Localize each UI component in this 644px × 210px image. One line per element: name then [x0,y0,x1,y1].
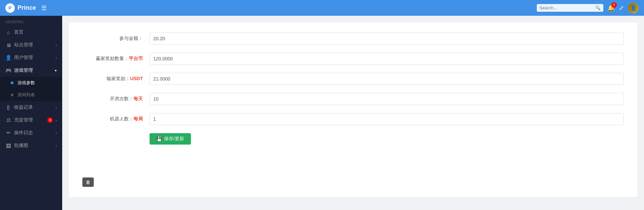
sidebar-item-game-manage[interactable]: 🎮 游戏管理 ▾ [0,64,62,77]
monitor-icon: 🖥 [5,42,11,48]
active-dot [11,82,13,84]
loser-reward-input[interactable] [150,73,624,85]
scale-icon: ⚖ [5,117,11,123]
chevron-right-icon-2: › [55,56,57,60]
robots-label-highlight: 每局 [133,116,143,121]
sidebar-subitem-room-list[interactable]: 房间列表 [0,89,62,101]
sidebar-subitem-game-params-label: 游戏参数 [17,80,35,86]
bitcoin-icon: ₿ [5,105,11,110]
trash-icon: 🗑 [86,179,90,185]
sidebar-item-carousel-label: 轮播图 [14,143,53,149]
form-row-robots: 机器人数：每局 [82,113,624,125]
robots-input[interactable] [150,113,624,125]
hamburger-button[interactable]: ☰ [41,4,47,12]
save-button-label: 保存/更新 [164,136,184,142]
header: P Prince ☰ 🔍 🔔 8 ⤢ 👤 [0,0,644,16]
search-input[interactable] [539,5,593,10]
main-layout: GENERAL ⌂ 首页 🖥 站点管理 › 👤 用户管理 › 🎮 游戏管理 ▾ … [0,16,644,210]
sidebar-item-carousel[interactable]: 🖼 轮播图 › [0,139,62,152]
sidebar-subitem-game-params[interactable]: 游戏参数 [0,77,62,89]
search-box: 🔍 [537,4,603,12]
form-row-loser-reward: 输家奖励：USDT [82,73,624,85]
inactive-dot [11,94,13,96]
game-icon: 🎮 [5,67,11,73]
sidebar-item-operation-log[interactable]: ✏ 操作日志 › [0,126,62,139]
user-icon: 👤 [5,55,11,61]
form-row-winner-reward: 赢家奖励数量：平台币 [82,53,624,65]
content-card: 参与金额： 赢家奖励数量：平台币 输家奖励：USDT 开房次数： [69,22,637,197]
participation-amount-label: 参与金额： [82,36,150,42]
notification-button[interactable]: 🔔 8 [607,4,615,12]
form-row-open-rooms: 开房次数：每天 [82,93,624,105]
loser-reward-label-highlight: USDT [130,76,143,81]
search-icon: 🔍 [595,5,601,10]
sidebar: GENERAL ⌂ 首页 🖥 站点管理 › 👤 用户管理 › 🎮 游戏管理 ▾ … [0,16,62,210]
avatar[interactable]: 👤 [628,3,639,13]
edit-icon: ✏ [5,130,11,136]
open-rooms-label-prefix: 开房次数： [110,96,133,101]
chevron-right-icon-4: › [55,118,57,122]
participation-amount-input[interactable] [150,33,624,45]
chevron-right-icon-3: › [55,105,57,109]
sidebar-subitem-room-list-label: 房间列表 [17,92,35,98]
header-right: 🔍 🔔 8 ⤢ 👤 [537,3,639,13]
open-rooms-label-highlight: 每天 [133,96,143,101]
expand-button[interactable]: ⤢ [619,4,624,12]
sidebar-item-user-manage-label: 用户管理 [14,55,53,61]
chevron-down-icon: ▾ [55,68,57,73]
sidebar-section-general: GENERAL [0,16,62,26]
winner-reward-label: 赢家奖励数量：平台币 [82,56,150,62]
chevron-right-icon-5: › [55,131,57,135]
chevron-right-icon-6: › [55,144,57,148]
app-title: Prince [17,4,36,11]
open-rooms-input[interactable] [150,93,624,105]
avatar-image: 👤 [628,3,639,13]
chevron-right-icon: › [55,43,57,47]
deposit-badge: 8 [47,117,53,123]
sidebar-item-game-manage-label: 游戏管理 [14,67,52,73]
delete-button[interactable]: 🗑 [82,177,94,187]
form-row-participation: 参与金额： [82,33,624,45]
sidebar-item-deposit-manage-label: 充提管理 [14,117,43,123]
winner-reward-label-prefix: 赢家奖励数量： [96,56,129,61]
robots-label: 机器人数：每局 [82,116,150,122]
winner-reward-input[interactable] [150,53,624,65]
sidebar-item-operation-log-label: 操作日志 [14,130,53,136]
sidebar-item-deposit-manage[interactable]: ⚖ 充提管理 8 › [0,114,62,126]
save-icon: 💾 [156,136,162,142]
sidebar-item-earn-records-label: 收益记录 [14,104,53,110]
robots-label-prefix: 机器人数： [110,116,133,121]
sidebar-item-earn-records[interactable]: ₿ 收益记录 › [0,101,62,114]
image-icon: 🖼 [5,143,11,149]
app-logo: P Prince [5,3,36,13]
form-row-save: 💾 保存/更新 [82,133,624,145]
game-submenu: 游戏参数 房间列表 [0,77,62,101]
home-icon: ⌂ [5,30,11,35]
sidebar-item-site-manage-label: 站点管理 [14,42,53,48]
open-rooms-label: 开房次数：每天 [82,96,150,102]
notification-badge: 8 [611,2,617,8]
save-button[interactable]: 💾 保存/更新 [150,133,191,145]
sidebar-item-home-label: 首页 [14,29,57,35]
header-left: P Prince ☰ [5,3,47,13]
content-area: 参与金额： 赢家奖励数量：平台币 输家奖励：USDT 开房次数： [62,16,644,210]
logo-icon: P [5,3,15,13]
winner-reward-label-highlight: 平台币 [129,56,143,61]
loser-reward-label-prefix: 输家奖励： [107,76,130,81]
sidebar-item-home[interactable]: ⌂ 首页 [0,26,62,39]
loser-reward-label: 输家奖励：USDT [82,76,150,82]
sidebar-item-site-manage[interactable]: 🖥 站点管理 › [0,39,62,51]
sidebar-item-user-manage[interactable]: 👤 用户管理 › [0,51,62,64]
